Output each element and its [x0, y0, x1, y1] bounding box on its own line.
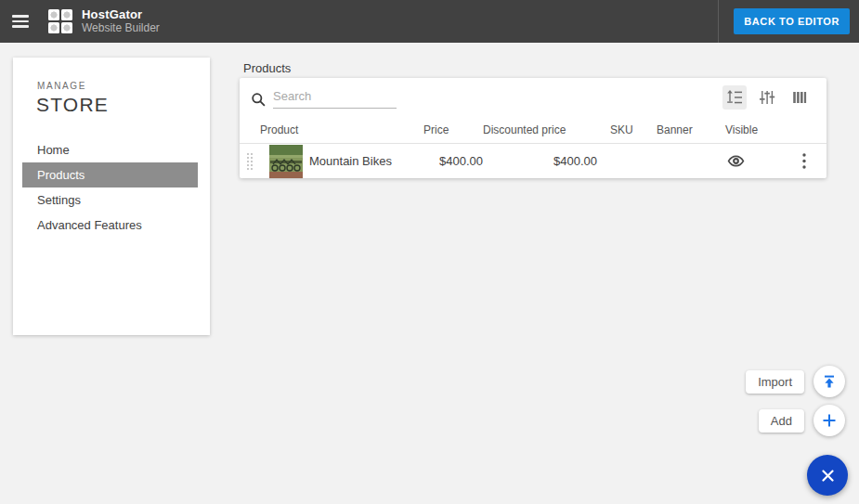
brand-subtitle: Website Builder	[82, 22, 160, 35]
brand-text: HostGator Website Builder	[82, 8, 160, 35]
drag-handle[interactable]	[245, 151, 254, 172]
table-row[interactable]: Mountain Bikes $400.00 $400.00	[240, 143, 826, 178]
visible-cell	[716, 152, 785, 170]
brand-name: HostGator	[82, 8, 160, 22]
plus-icon	[822, 413, 837, 428]
product-thumbnail	[269, 145, 303, 178]
tune-sliders-icon[interactable]	[755, 85, 779, 110]
product-name: Mountain Bikes	[309, 154, 392, 168]
import-button[interactable]: Import	[746, 370, 804, 394]
hamburger-menu-icon[interactable]	[2, 0, 39, 43]
sidebar-nav: Home Products Settings Advanced Features	[13, 137, 210, 238]
columns-icon[interactable]	[787, 85, 812, 110]
sidebar-title: STORE	[36, 94, 210, 116]
close-fab[interactable]	[807, 455, 848, 496]
sidebar-item-home[interactable]: Home	[13, 137, 210, 162]
col-header-product: Product	[260, 123, 423, 136]
close-icon	[821, 469, 835, 483]
col-header-price: Price	[423, 123, 483, 136]
price-cell: $400.00	[423, 154, 483, 168]
sidebar-item-advanced-features[interactable]: Advanced Features	[13, 213, 210, 238]
page-title: Products	[243, 61, 291, 75]
add-fab[interactable]	[813, 405, 845, 436]
col-header-sku: SKU	[597, 123, 657, 136]
import-fab[interactable]	[813, 366, 845, 397]
upload-icon	[822, 374, 837, 389]
sidebar-item-settings[interactable]: Settings	[13, 187, 210, 213]
product-cell: Mountain Bikes	[260, 145, 423, 178]
top-bar: HostGator Website Builder BACK TO EDITOR	[0, 0, 859, 43]
sidebar-eyebrow: MANAGE	[37, 81, 210, 91]
visibility-eye-icon[interactable]	[727, 152, 745, 170]
add-button[interactable]: Add	[759, 409, 804, 433]
search-toolbar-row	[240, 78, 826, 117]
table-toolbar	[722, 85, 812, 110]
col-header-visible: Visible	[716, 123, 785, 136]
search-input[interactable]	[273, 87, 397, 109]
header-divider	[718, 0, 719, 43]
row-menu-button[interactable]	[785, 153, 826, 169]
manage-store-sidebar: MANAGE STORE Home Products Settings Adva…	[13, 58, 210, 335]
discounted-price-cell: $400.00	[483, 154, 597, 168]
sidebar-item-products[interactable]: Products	[22, 162, 198, 187]
line-spacing-icon[interactable]	[722, 85, 747, 110]
back-to-editor-button[interactable]: BACK TO EDITOR	[734, 8, 850, 34]
products-card: Product Price Discounted price SKU Banne…	[240, 78, 826, 178]
search-icon	[251, 92, 266, 107]
hostgator-logo	[48, 9, 72, 33]
table-header-row: Product Price Discounted price SKU Banne…	[240, 117, 826, 143]
col-header-banner: Banner	[657, 123, 716, 136]
col-header-discounted-price: Discounted price	[483, 123, 597, 136]
kebab-menu-icon	[802, 153, 806, 169]
fab-menu: Import Add	[746, 366, 845, 496]
